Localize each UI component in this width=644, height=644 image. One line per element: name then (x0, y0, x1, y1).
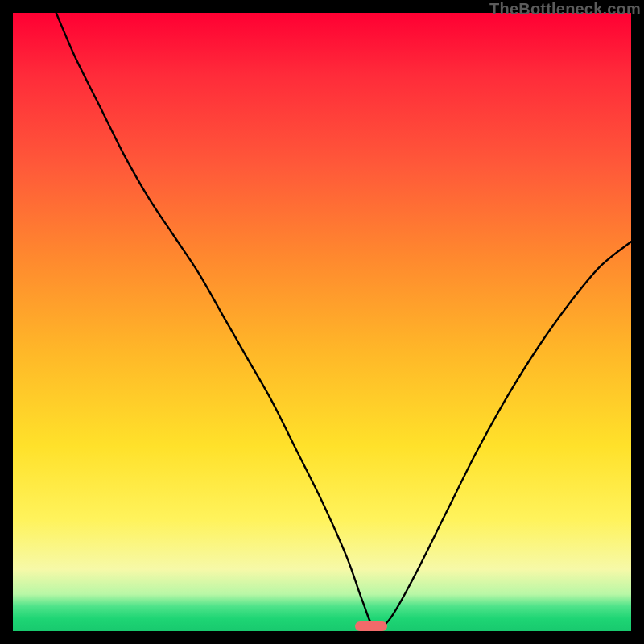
bottleneck-curve (56, 13, 631, 630)
curve-svg (13, 13, 631, 631)
plot-area (13, 13, 631, 631)
watermark-text: TheBottleneck.com (489, 0, 641, 19)
minimum-marker-pill (355, 621, 387, 631)
chart-frame: TheBottleneck.com (0, 0, 644, 644)
